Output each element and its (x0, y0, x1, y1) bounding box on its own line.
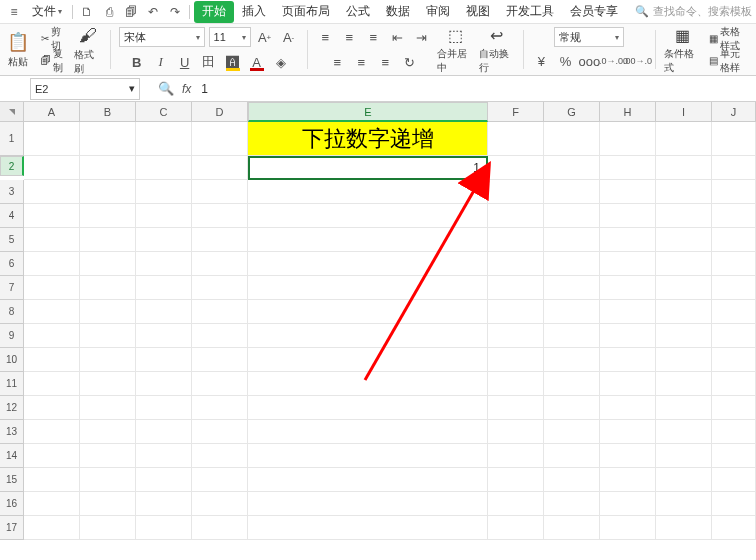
cell-D8[interactable] (192, 300, 248, 324)
col-header-E[interactable]: E (248, 102, 488, 122)
cell-A3[interactable] (24, 180, 80, 204)
undo-icon[interactable]: ↶ (143, 2, 163, 22)
cell-E3[interactable] (248, 180, 488, 204)
cell-J15[interactable] (712, 468, 756, 492)
row-header-6[interactable]: 6 (0, 252, 24, 276)
cell-D13[interactable] (192, 420, 248, 444)
cell-F12[interactable] (488, 396, 544, 420)
col-header-G[interactable]: G (544, 102, 600, 122)
cell-H16[interactable] (600, 492, 656, 516)
cell-C8[interactable] (136, 300, 192, 324)
align-center-button[interactable]: ≡ (351, 52, 371, 72)
cell-D3[interactable] (192, 180, 248, 204)
cell-E4[interactable] (248, 204, 488, 228)
cell-J11[interactable] (712, 372, 756, 396)
cell-I11[interactable] (656, 372, 712, 396)
align-left-button[interactable]: ≡ (327, 52, 347, 72)
cell-B5[interactable] (80, 228, 136, 252)
cell-G2[interactable] (544, 156, 600, 180)
search-box[interactable]: 🔍 查找命令、搜索模板 (635, 4, 752, 19)
cell-E11[interactable] (248, 372, 488, 396)
cell-F10[interactable] (488, 348, 544, 372)
cell-I9[interactable] (656, 324, 712, 348)
col-header-D[interactable]: D (192, 102, 248, 122)
decrease-font-button[interactable]: A- (279, 27, 299, 47)
cell-C17[interactable] (136, 516, 192, 540)
cell-J14[interactable] (712, 444, 756, 468)
cell-I16[interactable] (656, 492, 712, 516)
cell-B3[interactable] (80, 180, 136, 204)
cell-E10[interactable] (248, 348, 488, 372)
cell-H4[interactable] (600, 204, 656, 228)
print-icon[interactable]: ⎙ (99, 2, 119, 22)
cell-B14[interactable] (80, 444, 136, 468)
cell-I13[interactable] (656, 420, 712, 444)
cell-G7[interactable] (544, 276, 600, 300)
cell-B2[interactable] (80, 156, 136, 180)
row-header-14[interactable]: 14 (0, 444, 24, 468)
cell-F1[interactable] (488, 122, 544, 156)
cell-J16[interactable] (712, 492, 756, 516)
cell-B1[interactable] (80, 122, 136, 156)
cell-J13[interactable] (712, 420, 756, 444)
tab-公式[interactable]: 公式 (338, 1, 378, 23)
cell-A6[interactable] (24, 252, 80, 276)
cell-D2[interactable] (192, 156, 248, 180)
font-size-select[interactable]: 11 ▾ (209, 27, 251, 47)
cell-F16[interactable] (488, 492, 544, 516)
cell-A2[interactable] (24, 156, 80, 180)
cell-J12[interactable] (712, 396, 756, 420)
row-header-9[interactable]: 9 (0, 324, 24, 348)
cell-E8[interactable] (248, 300, 488, 324)
cell-G4[interactable] (544, 204, 600, 228)
cell-E6[interactable] (248, 252, 488, 276)
zoom-icon[interactable]: 🔍 (156, 79, 176, 99)
cell-A9[interactable] (24, 324, 80, 348)
cell-H13[interactable] (600, 420, 656, 444)
file-menu[interactable]: 文件 ▾ (26, 2, 68, 22)
cell-F4[interactable] (488, 204, 544, 228)
decrease-decimal-button[interactable]: .00→.0 (627, 51, 647, 71)
cell-J17[interactable] (712, 516, 756, 540)
cell-G3[interactable] (544, 180, 600, 204)
tab-审阅[interactable]: 审阅 (418, 1, 458, 23)
orientation-button[interactable]: ↻ (399, 52, 419, 72)
cell-style-button[interactable]: ▤ 单元格样 (706, 51, 752, 71)
cell-C12[interactable] (136, 396, 192, 420)
cell-C1[interactable] (136, 122, 192, 156)
cell-I5[interactable] (656, 228, 712, 252)
tab-数据[interactable]: 数据 (378, 1, 418, 23)
cell-D15[interactable] (192, 468, 248, 492)
col-header-H[interactable]: H (600, 102, 656, 122)
cell-J7[interactable] (712, 276, 756, 300)
cell-A10[interactable] (24, 348, 80, 372)
fx-icon[interactable]: fx (182, 82, 191, 96)
cell-B7[interactable] (80, 276, 136, 300)
cell-G13[interactable] (544, 420, 600, 444)
row-header-2[interactable]: 2 (0, 156, 24, 176)
cell-E9[interactable] (248, 324, 488, 348)
cell-I1[interactable] (656, 122, 712, 156)
row-header-16[interactable]: 16 (0, 492, 24, 516)
cell-A5[interactable] (24, 228, 80, 252)
font-name-select[interactable]: 宋体 ▾ (119, 27, 205, 47)
cell-E5[interactable] (248, 228, 488, 252)
cell-J9[interactable] (712, 324, 756, 348)
cell-J4[interactable] (712, 204, 756, 228)
cell-D16[interactable] (192, 492, 248, 516)
cell-E16[interactable] (248, 492, 488, 516)
menu-icon[interactable]: ≡ (4, 2, 24, 22)
table-style-button[interactable]: ▦ 表格样式 (706, 29, 752, 49)
cell-B13[interactable] (80, 420, 136, 444)
number-format-select[interactable]: 常规 ▾ (554, 27, 624, 47)
cell-D7[interactable] (192, 276, 248, 300)
cell-E14[interactable] (248, 444, 488, 468)
font-color-button[interactable]: A (247, 52, 267, 72)
cell-G12[interactable] (544, 396, 600, 420)
cell-H5[interactable] (600, 228, 656, 252)
cell-D14[interactable] (192, 444, 248, 468)
cell-E17[interactable] (248, 516, 488, 540)
cell-F8[interactable] (488, 300, 544, 324)
cell-H8[interactable] (600, 300, 656, 324)
cell-D11[interactable] (192, 372, 248, 396)
